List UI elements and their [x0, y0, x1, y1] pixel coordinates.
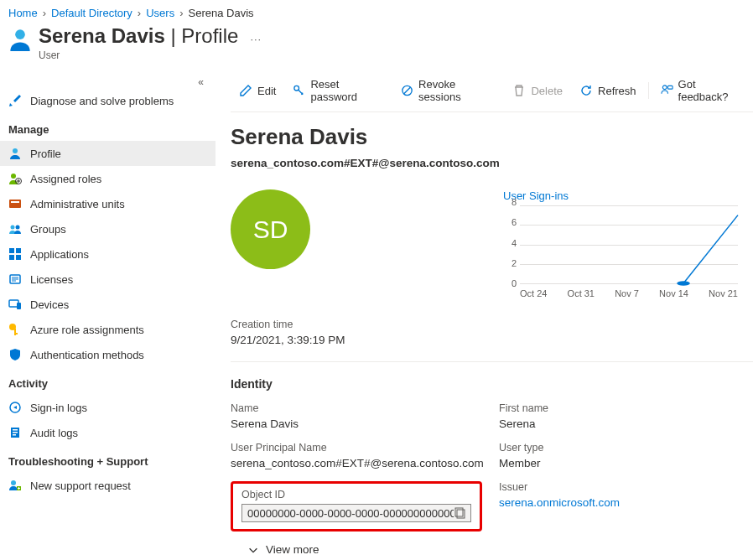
copy-icon[interactable] — [454, 506, 467, 520]
svg-point-6 — [11, 226, 15, 230]
creation-time-label: Creation time — [231, 319, 753, 330]
sidebar-item-label: Licenses — [30, 273, 73, 286]
breadcrumb-home[interactable]: Home — [8, 7, 38, 19]
edit-button[interactable]: Edit — [231, 82, 284, 99]
sidebar-item-label: Diagnose and solve problems — [30, 95, 174, 107]
creation-time-value: 9/21/2021, 3:39:19 PM — [231, 334, 753, 346]
xtick: Oct 31 — [568, 288, 595, 298]
ytick: 2 — [512, 258, 517, 268]
sidebar: « Diagnose and solve problems Manage Pro… — [0, 70, 216, 560]
content-heading: Serena Davis — [231, 124, 753, 150]
svg-rect-10 — [9, 255, 14, 260]
svg-rect-4 — [9, 200, 21, 208]
svg-rect-9 — [16, 248, 21, 253]
toolbar: Edit Reset password Revoke sessions Dele… — [231, 70, 753, 112]
svg-point-27 — [662, 86, 667, 90]
svg-rect-21 — [13, 432, 18, 433]
feedback-button[interactable]: Got feedback? — [652, 76, 753, 105]
sidebar-item-licenses[interactable]: Licenses — [0, 267, 216, 292]
more-actions-icon[interactable]: ··· — [250, 33, 262, 45]
wrench-icon — [8, 94, 22, 107]
sidebar-item-label: New support request — [30, 480, 131, 492]
page-header: Serena Davis | Profile User ··· — [0, 21, 753, 70]
breadcrumb-current: Serena Davis — [188, 7, 253, 19]
sidebar-item-label: Profile — [30, 148, 61, 160]
svg-point-7 — [16, 226, 20, 230]
sidebar-item-assigned-roles[interactable]: Assigned roles — [0, 166, 216, 191]
signins-link[interactable]: User Sign-ins — [503, 189, 753, 202]
svg-rect-11 — [16, 255, 21, 260]
chevron-down-icon — [247, 544, 259, 556]
breadcrumb-users[interactable]: Users — [146, 7, 174, 19]
svg-rect-20 — [13, 429, 18, 431]
sidebar-item-admin-units[interactable]: Administrative units — [0, 191, 216, 216]
page-title-section: Profile — [181, 24, 238, 47]
support-icon — [8, 479, 22, 492]
sidebar-item-audit-logs[interactable]: Audit logs — [0, 420, 216, 445]
sidebar-group-manage: Manage — [0, 113, 216, 141]
svg-point-29 — [677, 281, 690, 286]
sidebar-item-auth-methods[interactable]: Authentication methods — [0, 342, 216, 367]
sidebar-item-groups[interactable]: Groups — [0, 216, 216, 241]
svg-point-23 — [11, 480, 16, 485]
xtick: Nov 21 — [709, 288, 738, 298]
issuer-link[interactable]: serena.onmicrosoft.com — [499, 496, 753, 509]
key-icon — [293, 84, 305, 97]
ytick: 0 — [512, 278, 517, 288]
sidebar-item-signin-logs[interactable]: Sign-in logs — [0, 395, 216, 420]
sidebar-item-label: Azure role assignments — [30, 324, 144, 336]
svg-rect-28 — [667, 86, 673, 89]
collapse-sidebar-icon[interactable]: « — [0, 76, 216, 88]
sidebar-item-support-request[interactable]: New support request — [0, 473, 216, 498]
svg-rect-22 — [13, 434, 16, 436]
sidebar-item-applications[interactable]: Applications — [0, 241, 216, 267]
view-more-button[interactable]: View more — [247, 543, 753, 556]
breadcrumb: Home › Default Directory › Users › Seren… — [0, 0, 753, 21]
sidebar-item-label: Applications — [30, 248, 89, 261]
svg-rect-8 — [9, 248, 14, 253]
field-issuer: Issuer serena.onmicrosoft.com — [499, 481, 753, 531]
field-user-type: User type Member — [499, 442, 753, 469]
sidebar-item-diagnose[interactable]: Diagnose and solve problems — [0, 88, 216, 113]
svg-point-0 — [15, 29, 25, 39]
svg-point-2 — [11, 174, 16, 179]
field-object-id-highlight: Object ID — [231, 481, 482, 531]
trash-icon — [512, 84, 526, 97]
breadcrumb-directory[interactable]: Default Directory — [51, 7, 132, 19]
object-id-label: Object ID — [241, 489, 471, 500]
chevron-right-icon: › — [43, 7, 46, 19]
sidebar-item-label: Groups — [30, 223, 66, 236]
object-id-input[interactable] — [247, 507, 454, 520]
ytick: 6 — [512, 217, 517, 227]
reset-password-button[interactable]: Reset password — [284, 76, 392, 105]
groups-icon — [8, 222, 22, 236]
sidebar-item-azure-roles[interactable]: Azure role assignments — [0, 317, 216, 342]
chevron-right-icon: › — [179, 7, 183, 19]
sidebar-item-label: Devices — [30, 298, 69, 311]
refresh-button[interactable]: Refresh — [571, 82, 645, 99]
block-icon — [401, 84, 413, 97]
signins-chart: 8 6 4 2 0 — [503, 202, 738, 298]
devices-icon — [8, 298, 22, 311]
avatar: SD — [231, 189, 310, 269]
svg-point-1 — [13, 148, 18, 153]
roles-icon — [8, 172, 22, 185]
sidebar-item-label: Authentication methods — [30, 349, 144, 361]
admin-units-icon — [8, 197, 22, 210]
xtick: Nov 7 — [615, 288, 639, 298]
page-subtitle: User — [39, 49, 238, 61]
chevron-right-icon: › — [138, 7, 141, 19]
refresh-icon — [579, 84, 593, 97]
sidebar-item-profile[interactable]: Profile — [0, 141, 216, 166]
feedback-icon — [661, 84, 673, 97]
signin-icon — [8, 401, 22, 414]
sidebar-item-devices[interactable]: Devices — [0, 292, 216, 317]
delete-button: Delete — [504, 82, 571, 99]
person-icon — [8, 147, 22, 160]
sidebar-group-activity: Activity — [0, 367, 216, 395]
user-icon — [8, 24, 39, 54]
sidebar-item-label: Administrative units — [30, 198, 125, 210]
field-upn: User Principal Name serena_contoso.com#E… — [231, 442, 482, 469]
revoke-sessions-button[interactable]: Revoke sessions — [392, 76, 504, 105]
shield-icon — [8, 348, 22, 361]
